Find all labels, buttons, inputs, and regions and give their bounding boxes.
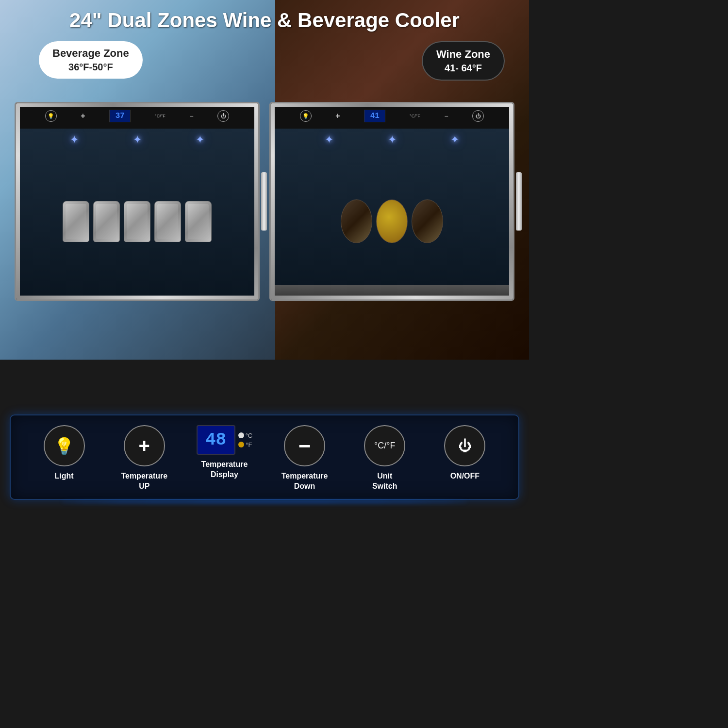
power-icon: ⏻	[458, 438, 472, 454]
can-4	[154, 201, 181, 242]
control-power: ⏻ ON/OFF	[433, 425, 496, 481]
minus-icon: −	[298, 437, 311, 454]
beverage-zone-label: Beverage Zone 36°F-50°F	[39, 41, 143, 79]
power-button[interactable]: ⏻	[444, 425, 485, 466]
control-light: 💡 Light	[33, 425, 96, 481]
page-title: 24" Dual Zones Wine & Beverage Cooler	[0, 9, 529, 32]
light-label: Light	[55, 471, 74, 481]
wine-display: 41	[364, 110, 385, 122]
wine-light-star-3: ✦	[450, 133, 459, 146]
bev-power-icon[interactable]: ⏻	[217, 110, 229, 122]
wine-zone-name: Wine Zone	[436, 48, 490, 60]
wine-plus-icon[interactable]: +	[335, 112, 340, 120]
unit-switch-icon: °C/°F	[374, 441, 395, 451]
can-1	[63, 201, 89, 242]
wine-zone-temp: 41- 64°F	[436, 63, 490, 74]
celsius-dot	[238, 432, 244, 438]
bottles-row	[341, 199, 443, 243]
temp-display-label: TemperatureDisplay	[201, 460, 248, 480]
beverage-handle	[261, 172, 267, 231]
temp-down-label: TemperatureDown	[281, 471, 328, 492]
wine-unit: °C/°F	[410, 114, 420, 118]
light-star-2: ✦	[133, 133, 142, 146]
fahrenheit-label: °F	[246, 441, 252, 448]
cans-row	[63, 201, 212, 242]
temp-display-readout: 48	[197, 425, 235, 455]
beverage-cooler-unit: 💡 + 37 °C/°F − ⏻ ✦ ✦ ✦	[15, 102, 260, 301]
temp-up-button[interactable]: +	[124, 425, 165, 466]
wine-cooler-interior: ✦ ✦ ✦	[271, 129, 513, 299]
wine-control-panel: 💡 + 41 °C/°F − ⏻	[271, 103, 513, 129]
control-temp-display: 48 °C °F TemperatureDisplay	[193, 425, 256, 480]
control-unit-switch: °C/°F UnitSwitch	[353, 425, 416, 492]
bottle-1	[341, 199, 372, 243]
coolers-container: 💡 + 37 °C/°F − ⏻ ✦ ✦ ✦	[15, 102, 514, 301]
plus-icon: +	[139, 435, 150, 457]
bottle-2	[376, 199, 408, 243]
bev-minus-icon[interactable]: −	[189, 112, 193, 120]
bev-light-icon[interactable]: 💡	[45, 110, 57, 122]
control-temp-up: + TemperatureUP	[113, 425, 176, 492]
can-5	[185, 201, 212, 242]
power-label: ON/OFF	[450, 471, 480, 481]
wine-cooler: 💡 + 41 °C/°F − ⏻ ✦ ✦ ✦	[269, 102, 514, 301]
temp-up-label: TemperatureUP	[121, 471, 167, 492]
light-star-1: ✦	[70, 133, 79, 146]
wine-lights: ✦ ✦ ✦	[271, 133, 513, 146]
temp-down-button[interactable]: −	[284, 425, 325, 466]
wine-shelf	[271, 285, 513, 299]
beverage-cooler: 💡 + 37 °C/°F − ⏻ ✦ ✦ ✦	[15, 102, 260, 301]
fahrenheit-dot	[238, 442, 244, 447]
unit-f-row: °F	[238, 441, 252, 448]
wine-cooler-unit: 💡 + 41 °C/°F − ⏻ ✦ ✦ ✦	[269, 102, 514, 301]
unit-indicators: °C °F	[238, 432, 253, 448]
bottom-control-panel: 💡 Light + TemperatureUP 48 °C °F Tempe	[10, 414, 519, 500]
celsius-label: °C	[246, 432, 253, 439]
control-temp-down: − TemperatureDown	[273, 425, 336, 492]
beverage-zone-temp: 36°F-50°F	[52, 62, 129, 73]
light-button[interactable]: 💡	[44, 425, 85, 466]
bev-display: 37	[109, 110, 131, 122]
can-2	[93, 201, 120, 242]
beverage-cooler-interior: ✦ ✦ ✦	[16, 129, 258, 299]
unit-c-row: °C	[238, 432, 253, 439]
wine-light-star-2: ✦	[388, 133, 397, 146]
wine-minus-icon[interactable]: −	[444, 112, 448, 120]
can-3	[124, 201, 150, 242]
wine-handle	[516, 172, 522, 231]
wine-power-icon[interactable]: ⏻	[472, 110, 484, 122]
wine-light-star-1: ✦	[325, 133, 333, 146]
light-icon: 💡	[54, 436, 74, 456]
unit-switch-label: UnitSwitch	[372, 471, 397, 492]
bev-plus-icon[interactable]: +	[81, 112, 85, 120]
unit-switch-button[interactable]: °C/°F	[364, 425, 405, 466]
temp-display-box: 48 °C °F	[197, 425, 253, 455]
beverage-zone-name: Beverage Zone	[52, 47, 129, 59]
beverage-control-panel: 💡 + 37 °C/°F − ⏻	[16, 103, 258, 129]
bottle-3	[412, 199, 443, 243]
bev-unit: °C/°F	[155, 114, 165, 118]
wine-light-icon[interactable]: 💡	[300, 110, 312, 122]
light-star-3: ✦	[196, 133, 204, 146]
wine-zone-label: Wine Zone 41- 64°F	[422, 41, 505, 81]
beverage-lights: ✦ ✦ ✦	[16, 133, 258, 146]
